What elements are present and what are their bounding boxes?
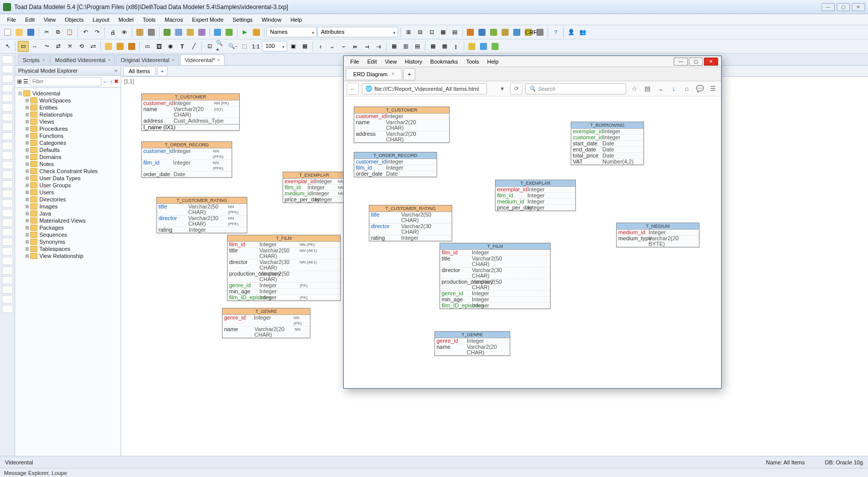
entity-tool[interactable]: ▭ [18,41,29,52]
tree-node[interactable]: ⊞Packages [16,224,120,231]
zoom-fit[interactable]: ⊡ [204,41,215,52]
align-d[interactable]: ⫢ [350,41,361,52]
entity-T_GENRE[interactable]: T_GENREgenre_idIntegernameVarchar2(20 CH… [435,331,510,356]
tree-node[interactable]: ⊞WorkSpaces [16,97,120,104]
group-button[interactable]: 👥 [577,27,588,38]
names-dropdown[interactable]: Names [266,27,317,37]
doctab[interactable]: Videorental*× [180,55,225,65]
misc-d[interactable] [500,27,511,38]
layer-a[interactable]: ▦ [389,41,400,52]
undo-button[interactable]: ↶ [80,27,91,38]
zoom-dropdown[interactable]: 100 [262,41,287,51]
bmenu-history[interactable]: History [401,58,425,66]
tree-node[interactable]: ⊞Check Constraint Rules [16,168,120,175]
menu-help[interactable]: Help [287,15,306,24]
align-e[interactable]: ⫤ [361,41,372,52]
view-c[interactable]: ⊡ [426,27,437,38]
menu-objects[interactable]: Objects [61,15,87,24]
menu-expert-mode[interactable]: Expert Mode [188,15,227,24]
tool-f[interactable] [196,27,207,38]
misc-e[interactable] [511,27,522,38]
bmenu-help[interactable]: Help [483,58,502,66]
misc-f[interactable]: CRF [523,27,534,38]
entity-T_EXEMPLAR[interactable]: T_EXEMPLARexemplar_idIntegerNNfilm_idInt… [283,172,346,203]
bmenu-file[interactable]: File [347,58,363,66]
tree-node[interactable]: ⊞Java [16,210,120,217]
entity-T_CUSTOMER[interactable]: T_CUSTOMERcustomer_idIntegernameVarchar2… [354,107,450,143]
entity-T_CUSTOMER_RATING[interactable]: T_CUSTOMER_RATINGtitleVarchar2(50 CHAR)N… [156,197,247,233]
align-a[interactable]: ⫞ [315,41,326,52]
grid-b[interactable]: ▩ [439,41,450,52]
tree-node[interactable]: ⊞Sequences [16,231,120,238]
zoom-1[interactable]: 1:1 [250,41,261,52]
zoom-a[interactable]: ▣ [288,41,299,52]
layer-c[interactable]: ▤ [412,41,423,52]
explorer-close[interactable]: × [115,68,118,74]
rel-d[interactable]: ⤧ [64,41,75,52]
entity-T_FILM[interactable]: T_FILMfilm_idIntegertitleVarchar2(50 CHA… [440,243,551,309]
filter-input[interactable] [30,77,101,86]
browser-canvas[interactable]: T_CUSTOMERcustomer_idIntegernameVarchar2… [344,96,721,388]
run-button[interactable]: ▶ [239,27,250,38]
dropdown-icon[interactable]: ▾ [497,85,507,92]
view-b[interactable]: ⊟ [414,27,425,38]
entity-T_FILM[interactable]: T_FILMfilm_idIntegerNN (PK)titleVarchar2… [227,235,341,301]
view-e[interactable]: ▤ [449,27,460,38]
close-icon[interactable]: × [42,58,45,63]
browser-search[interactable]: 🔍 Search [525,83,626,94]
help-button[interactable]: ? [550,27,561,38]
tool-a[interactable] [134,27,145,38]
canvas-tab-add[interactable]: + [157,66,167,76]
tree-node[interactable]: ⊞Relationships [16,111,120,118]
menu-edit[interactable]: Edit [21,15,39,24]
shape-b[interactable] [115,41,126,52]
nav-clear[interactable]: ✖ [114,78,119,85]
menu-macros[interactable]: Macros [160,15,187,24]
tree-node[interactable]: ⊞Notes [16,161,120,168]
copy-button[interactable]: ⧉ [52,27,64,38]
entity-T_ORDER_RECORD[interactable]: T_ORDER_RECORDcustomer_idIntegerNN (PFK)… [141,141,232,178]
users-button[interactable]: 👤 [566,27,577,38]
misc-a[interactable] [465,27,476,38]
entity-T_BORROWING[interactable]: T_BORROWINGexemplar_idIntegercustomer_id… [571,122,644,165]
line-tool[interactable]: ╱ [188,41,199,52]
entity-T_CUSTOMER_RATING[interactable]: T_CUSTOMER_RATINGtitleVarchar2(50 CHAR)d… [369,205,452,241]
misc-g[interactable] [534,27,546,38]
browser-url[interactable]: 🌐 file:///C:/Report_Videorental_All Item… [362,83,487,94]
close-icon[interactable]: × [108,58,111,63]
extra-c[interactable] [490,41,501,52]
bmenu-view[interactable]: View [382,58,401,66]
bmenu-edit[interactable]: Edit [364,58,381,66]
minimize-button[interactable]: — [822,3,835,11]
tree-node[interactable]: ⊞Entities [16,104,120,111]
tree-node[interactable]: ⊞Materialized Views [16,217,120,224]
tree-node[interactable]: ⊞Directories [16,196,120,203]
tree-node[interactable]: ⊞Synonyms [16,238,120,245]
bmenu-tools[interactable]: Tools [463,58,483,66]
open-button[interactable] [14,27,25,38]
view-d[interactable]: ▦ [438,27,449,38]
align-c[interactable]: ⫟ [338,41,349,52]
doctab[interactable]: Modified Videorental× [50,55,115,65]
cut-button[interactable]: ✂ [41,27,52,38]
pal-btn[interactable] [2,56,13,64]
menu-model[interactable]: Model [115,15,138,24]
tool-b[interactable] [146,27,157,38]
tree-node[interactable]: ⊞Defaults [16,146,120,153]
grid-c[interactable]: ⫿ [451,41,462,52]
nav-prev[interactable]: ← [103,79,108,85]
shape-c[interactable] [126,41,137,52]
pocket-icon[interactable]: ⌄ [656,85,666,92]
canvas-tab-all[interactable]: All Items [123,66,155,76]
rel-c[interactable]: ⇄ [52,41,64,52]
zoom-out[interactable]: 🔍- [227,41,238,52]
tool-e[interactable] [185,27,196,38]
tree-node[interactable]: ⊞Categories [16,139,120,146]
tree-node[interactable]: ⊞User Groups [16,182,120,189]
list-icon[interactable]: ☰ [23,78,28,85]
entity-T_ORDER_RECORD[interactable]: T_ORDER_RECORDcustomer_idIntegerfilm_idI… [354,152,437,177]
print-button[interactable]: 🖨 [107,27,118,38]
zoom-b[interactable]: ▦ [299,41,310,52]
close-icon[interactable]: × [172,58,175,63]
close-icon[interactable]: × [218,58,220,63]
